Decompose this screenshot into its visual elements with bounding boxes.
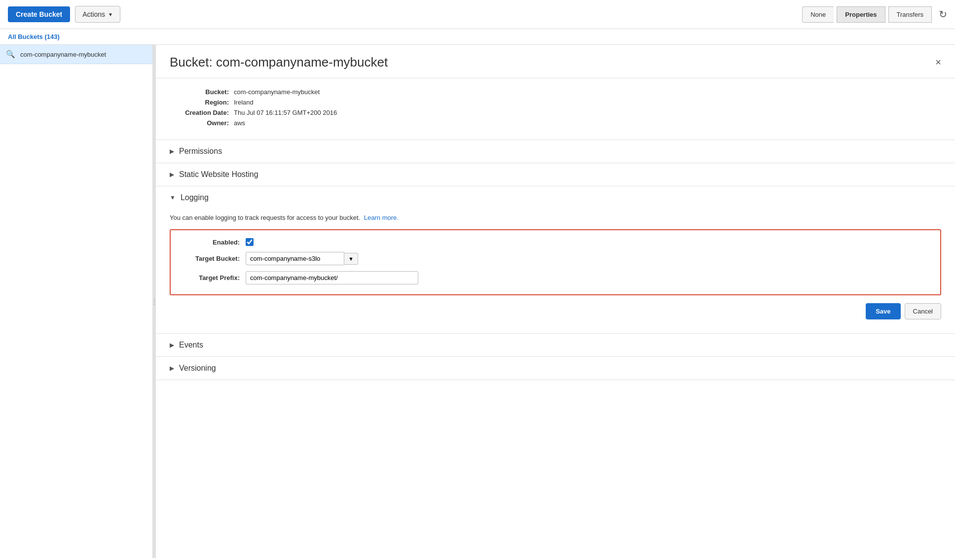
bucket-label: Bucket:	[170, 88, 229, 96]
info-row-owner: Owner: aws	[170, 119, 941, 127]
detail-header: Bucket: com-companyname-mybucket ×	[156, 45, 955, 78]
target-bucket-wrapper: ▼	[246, 252, 358, 265]
target-bucket-input[interactable]	[246, 252, 344, 265]
toolbar-left: Create Bucket Actions ▼	[8, 6, 120, 23]
events-section: ▶ Events	[156, 334, 955, 357]
target-prefix-input[interactable]	[246, 271, 418, 284]
static-website-label: Static Website Hosting	[179, 170, 258, 179]
all-buckets-link[interactable]: All Buckets (143)	[8, 33, 60, 40]
view-properties-button[interactable]: Properties	[837, 6, 885, 23]
detail-pane: Bucket: com-companyname-mybucket × Bucke…	[156, 45, 955, 558]
events-arrow-icon: ▶	[170, 342, 174, 349]
form-row-enabled: Enabled:	[181, 238, 930, 246]
info-section: Bucket: com-companyname-mybucket Region:…	[156, 78, 955, 140]
events-label: Events	[179, 341, 203, 350]
static-website-arrow-icon: ▶	[170, 171, 174, 178]
region-value: Ireland	[234, 99, 254, 106]
enabled-label: Enabled:	[181, 239, 240, 246]
versioning-label: Versioning	[179, 364, 216, 373]
logging-section: ▼ Logging You can enable logging to trac…	[156, 186, 955, 334]
target-prefix-label: Target Prefix:	[181, 274, 240, 281]
static-website-section: ▶ Static Website Hosting	[156, 163, 955, 186]
creation-date-value: Thu Jul 07 16:11:57 GMT+200 2016	[234, 109, 337, 116]
resize-dots	[154, 299, 155, 305]
versioning-arrow-icon: ▶	[170, 365, 174, 372]
bucket-value: com-companyname-mybucket	[234, 88, 320, 96]
owner-label: Owner:	[170, 119, 229, 127]
events-header[interactable]: ▶ Events	[156, 334, 955, 356]
view-transfers-button[interactable]: Transfers	[888, 6, 932, 23]
logging-content: You can enable logging to track requests…	[156, 209, 955, 333]
permissions-arrow-icon: ▶	[170, 148, 174, 155]
actions-button[interactable]: Actions ▼	[75, 6, 120, 23]
enabled-checkbox[interactable]	[246, 238, 254, 246]
breadcrumb-bar: All Buckets (143)	[0, 29, 955, 45]
region-label: Region:	[170, 99, 229, 106]
permissions-section: ▶ Permissions	[156, 140, 955, 163]
sidebar: 🔍 com-companyname-mybucket	[0, 45, 153, 558]
info-row-creation-date: Creation Date: Thu Jul 07 16:11:57 GMT+2…	[170, 109, 941, 116]
create-bucket-button[interactable]: Create Bucket	[8, 6, 70, 22]
logging-form-box: Enabled: Target Bucket: ▼ Target Prefix:	[170, 229, 941, 295]
main-layout: 🔍 com-companyname-mybucket Bucket: com-c…	[0, 45, 955, 558]
info-row-bucket: Bucket: com-companyname-mybucket	[170, 88, 941, 96]
static-website-header[interactable]: ▶ Static Website Hosting	[156, 163, 955, 186]
save-button[interactable]: Save	[866, 303, 900, 319]
action-buttons: Save Cancel	[170, 303, 941, 319]
creation-date-label: Creation Date:	[170, 109, 229, 116]
target-bucket-dropdown-button[interactable]: ▼	[344, 253, 358, 265]
detail-close-button[interactable]: ×	[935, 57, 941, 68]
bucket-search-icon: 🔍	[6, 50, 15, 59]
detail-title: Bucket: com-companyname-mybucket	[170, 55, 388, 70]
target-bucket-label: Target Bucket:	[181, 255, 240, 262]
actions-caret-icon: ▼	[108, 12, 113, 17]
bucket-list-item[interactable]: 🔍 com-companyname-mybucket	[0, 45, 152, 64]
form-row-target-prefix: Target Prefix:	[181, 271, 930, 284]
info-row-region: Region: Ireland	[170, 99, 941, 106]
bucket-name-label: com-companyname-mybucket	[20, 51, 106, 58]
logging-header[interactable]: ▼ Logging	[156, 186, 955, 209]
versioning-section: ▶ Versioning	[156, 357, 955, 380]
learn-more-link[interactable]: Learn more.	[364, 214, 399, 221]
versioning-header[interactable]: ▶ Versioning	[156, 357, 955, 380]
actions-label: Actions	[82, 10, 105, 18]
toolbar-right: None Properties Transfers ↺	[802, 6, 947, 23]
refresh-button[interactable]: ↺	[939, 8, 947, 20]
owner-value: aws	[234, 119, 245, 127]
logging-description: You can enable logging to track requests…	[170, 214, 941, 221]
cancel-button[interactable]: Cancel	[905, 303, 941, 319]
permissions-label: Permissions	[179, 147, 222, 156]
permissions-header[interactable]: ▶ Permissions	[156, 140, 955, 163]
logging-label: Logging	[181, 193, 209, 202]
toolbar: Create Bucket Actions ▼ None Properties …	[0, 0, 955, 29]
form-row-target-bucket: Target Bucket: ▼	[181, 252, 930, 265]
view-none-button[interactable]: None	[802, 6, 834, 23]
logging-arrow-icon: ▼	[170, 194, 176, 201]
